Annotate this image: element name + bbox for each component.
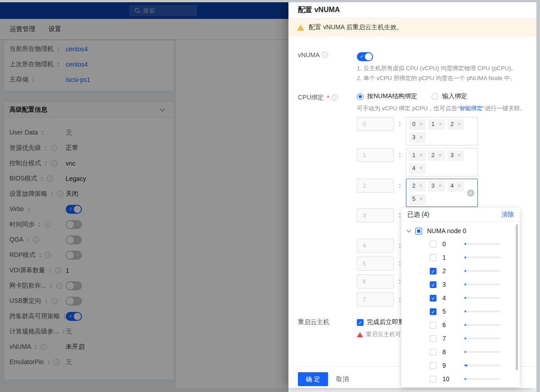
remove-tag-icon[interactable]: × xyxy=(458,121,461,127)
cpu-usage-fill xyxy=(464,270,466,272)
dropdown-scrollbar[interactable] xyxy=(516,224,518,370)
pcpu-tag[interactable]: 0 × xyxy=(409,119,426,130)
remove-tag-icon[interactable]: × xyxy=(458,182,461,189)
cpu-usage-fill xyxy=(464,338,466,339)
pcpu-option-label: 0 xyxy=(442,240,456,248)
info-icon[interactable]: i xyxy=(332,95,338,101)
vertical-scrollbar[interactable] xyxy=(536,0,540,392)
vcpu-index-input[interactable] xyxy=(357,117,394,131)
pcpu-tags-box[interactable]: 1 ×2 ×3 ×4 × xyxy=(406,148,478,176)
numa-node-indeterminate-checkbox[interactable] xyxy=(415,228,422,234)
pcpu-option-checkbox[interactable] xyxy=(430,362,436,369)
pcpu-option-row[interactable]: ✓3 xyxy=(401,278,520,291)
pcpu-tag[interactable]: 2 × xyxy=(409,181,426,192)
smart-bind-link[interactable]: 智能绑定 xyxy=(459,105,483,112)
selected-count: 已选 (4) xyxy=(407,211,429,219)
pcpu-option-row[interactable]: 7 xyxy=(401,332,520,345)
remove-tag-icon[interactable]: × xyxy=(458,152,461,158)
vcpu-bind-row: :1 ×2 ×3 ×4 × xyxy=(357,148,478,176)
pcpu-tag[interactable]: 1 × xyxy=(428,119,445,130)
remove-tag-icon[interactable]: × xyxy=(438,121,442,127)
cancel-button[interactable]: 取消 xyxy=(336,372,349,386)
pcpu-tag[interactable]: 2 × xyxy=(428,150,445,161)
cpu-usage-fill xyxy=(464,324,466,326)
dropdown-header: 已选 (4) 清除 xyxy=(401,208,520,222)
vnuma-field-label: vNUMA i xyxy=(298,51,328,59)
radio-input-bind-label[interactable]: 输入绑定 xyxy=(442,92,467,100)
pcpu-option-checkbox[interactable] xyxy=(430,376,436,383)
cpu-usage-bar xyxy=(464,351,500,353)
cpu-usage-bar xyxy=(464,270,500,272)
restart-now-checkbox[interactable]: ✓ xyxy=(357,319,364,326)
pcpu-option-checkbox[interactable]: ✓ xyxy=(430,295,436,302)
pcpu-tag[interactable]: 3 × xyxy=(409,132,426,143)
pcpu-tag[interactable]: 5 × xyxy=(409,194,426,205)
window-top-edge xyxy=(0,0,540,2)
pcpu-option-row[interactable]: ✓4 xyxy=(401,291,520,305)
pcpu-select-dropdown: 已选 (4) 清除 NUMA node 0 01✓2✓3✓4✓5678910 xyxy=(401,208,520,387)
pcpu-option-checkbox[interactable]: ✓ xyxy=(430,308,436,315)
ok-button[interactable]: 确 定 xyxy=(298,372,328,386)
info-icon[interactable]: i xyxy=(322,52,328,58)
pcpu-option-checkbox[interactable]: ✓ xyxy=(430,268,436,275)
radio-input-bind[interactable] xyxy=(432,93,438,100)
pcpu-option-checkbox[interactable]: ✓ xyxy=(430,281,436,288)
modal-backdrop[interactable] xyxy=(0,0,288,392)
pcpu-option-row[interactable]: 1 xyxy=(401,251,520,264)
remove-tag-icon[interactable]: × xyxy=(419,195,423,202)
vcpu-index-input[interactable] xyxy=(357,208,394,222)
numa-node-group-row[interactable]: NUMA node 0 xyxy=(401,225,520,237)
vcpu-index-input[interactable] xyxy=(357,179,394,193)
pcpu-tags-box[interactable]: 0 ×1 ×2 ×3 × xyxy=(406,117,478,145)
pcpu-option-row[interactable]: 0 xyxy=(401,237,520,251)
bind-colon: : xyxy=(394,148,406,162)
cpu-usage-bar xyxy=(464,311,500,312)
pcpu-option-row[interactable]: ✓5 xyxy=(401,305,520,318)
remove-tag-icon[interactable]: × xyxy=(438,152,442,158)
remove-tag-icon[interactable]: × xyxy=(419,182,423,189)
pcpu-option-label: 7 xyxy=(442,335,456,342)
pcpu-tags-box[interactable]: 2 ×3 ×4 ×5 ×✕ xyxy=(406,179,478,207)
pcpu-option-checkbox[interactable] xyxy=(430,322,436,329)
pcpu-option-label: 6 xyxy=(442,321,456,329)
pcpu-option-label: 2 xyxy=(442,267,456,275)
pcpu-option-checkbox[interactable] xyxy=(430,241,436,248)
remove-tag-icon[interactable]: × xyxy=(419,152,423,158)
pcpu-option-checkbox[interactable] xyxy=(430,335,436,342)
pcpu-option-row[interactable]: 6 xyxy=(401,318,520,332)
remove-tag-icon[interactable]: × xyxy=(419,134,423,140)
remove-tag-icon[interactable]: × xyxy=(419,121,423,127)
pcpu-option-row[interactable]: 8 xyxy=(401,345,520,359)
pcpu-option-checkbox[interactable] xyxy=(430,349,436,356)
cpu-usage-fill xyxy=(464,243,466,245)
cpu-usage-bar xyxy=(464,324,500,326)
pcpu-tag[interactable]: 4 × xyxy=(409,163,426,174)
chevron-down-icon[interactable] xyxy=(407,228,411,233)
pcpu-option-label: 3 xyxy=(442,281,456,288)
bind-colon: : xyxy=(394,179,406,193)
clear-selection-link[interactable]: 清除 xyxy=(501,211,514,219)
vcpu-index-input[interactable] xyxy=(357,257,394,270)
vnuma-toggle[interactable]: ✓ xyxy=(357,52,373,61)
radio-numa-structure[interactable] xyxy=(357,93,364,100)
bind-colon: : xyxy=(394,117,406,131)
radio-numa-structure-label[interactable]: 按NUMA结构绑定 xyxy=(367,92,417,100)
pcpu-option-row[interactable]: 9 xyxy=(401,359,520,372)
vcpu-index-input[interactable] xyxy=(357,293,394,306)
pcpu-tag[interactable]: 3 × xyxy=(428,181,445,192)
vcpu-index-input[interactable] xyxy=(357,275,394,288)
pcpu-tag[interactable]: 1 × xyxy=(409,150,426,161)
pcpu-option-checkbox[interactable] xyxy=(430,254,436,261)
dialog-title: 配置 vNUMA xyxy=(298,5,340,15)
remove-tag-icon[interactable]: × xyxy=(438,182,442,189)
vcpu-index-input[interactable] xyxy=(357,239,394,252)
pcpu-tag[interactable]: 3 × xyxy=(447,150,464,161)
pcpu-tag[interactable]: 2 × xyxy=(447,119,464,130)
cpu-usage-fill xyxy=(464,257,466,258)
pcpu-tag[interactable]: 4 × xyxy=(447,181,464,192)
vcpu-index-input[interactable] xyxy=(357,148,394,162)
clear-all-icon[interactable]: ✕ xyxy=(467,189,474,197)
remove-tag-icon[interactable]: × xyxy=(419,165,423,171)
pcpu-option-row[interactable]: ✓2 xyxy=(401,264,520,278)
pcpu-option-row[interactable]: 10 xyxy=(401,372,520,386)
